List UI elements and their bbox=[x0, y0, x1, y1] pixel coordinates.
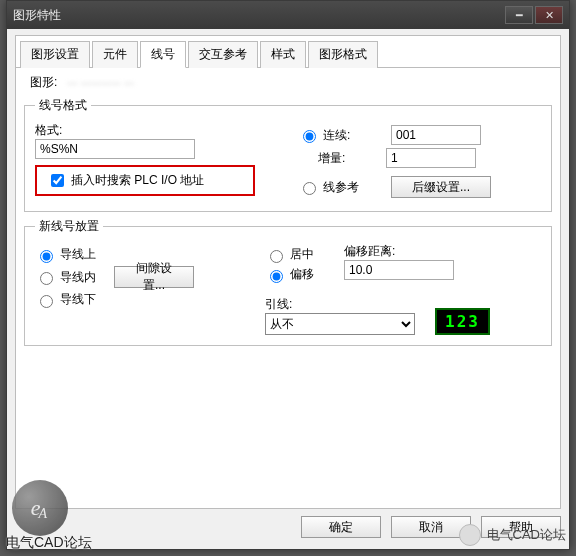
format-input[interactable] bbox=[35, 139, 195, 159]
leader-label: 引线: bbox=[265, 296, 415, 313]
drawing-path: ··· ············ ··· bbox=[67, 76, 134, 90]
below-line-label: 导线下 bbox=[60, 291, 96, 308]
close-button[interactable]: ✕ bbox=[535, 6, 563, 24]
center-radio[interactable] bbox=[270, 250, 283, 263]
placement-group: 新线号放置 导线上 导线内 间隙设置... 导线下 bbox=[24, 218, 552, 346]
watermark-avatar-icon bbox=[459, 524, 481, 546]
titlebar: 图形特性 ━ ✕ bbox=[7, 1, 569, 29]
below-line-radio[interactable] bbox=[40, 295, 53, 308]
offset-distance-label: 偏移距离: bbox=[344, 243, 454, 260]
above-line-label: 导线上 bbox=[60, 246, 96, 263]
watermark-logo: eA bbox=[12, 480, 68, 536]
sequential-radio[interactable] bbox=[303, 130, 316, 143]
line-ref-label: 线参考 bbox=[323, 179, 369, 196]
tab-xref[interactable]: 交互参考 bbox=[188, 41, 258, 68]
format-label: 格式: bbox=[35, 122, 278, 139]
tab-drawing-settings[interactable]: 图形设置 bbox=[20, 41, 90, 68]
watermark-text-right: 电气CAD论坛 bbox=[487, 526, 566, 544]
in-line-label: 导线内 bbox=[60, 269, 110, 286]
center-label: 居中 bbox=[290, 246, 314, 263]
tab-drawing-format[interactable]: 图形格式 bbox=[308, 41, 378, 68]
watermark-text-left: 电气CAD论坛 bbox=[6, 534, 92, 552]
watermark-right: 电气CAD论坛 bbox=[459, 524, 566, 546]
tab-wire-number[interactable]: 线号 bbox=[140, 41, 186, 68]
tab-style[interactable]: 样式 bbox=[260, 41, 306, 68]
line-ref-radio[interactable] bbox=[303, 182, 316, 195]
tab-component[interactable]: 元件 bbox=[92, 41, 138, 68]
offset-radio[interactable] bbox=[270, 270, 283, 283]
drawing-label: 图形: bbox=[30, 74, 57, 91]
plc-search-highlight: 插入时搜索 PLC I/O 地址 bbox=[35, 165, 255, 196]
wire-format-group: 线号格式 格式: 插入时搜索 PLC I/O 地址 连续: bbox=[24, 97, 552, 212]
ok-button[interactable]: 确定 bbox=[301, 516, 381, 538]
leader-select[interactable]: 从不 bbox=[265, 313, 415, 335]
sequential-label: 连续: bbox=[323, 127, 363, 144]
sequential-input[interactable] bbox=[391, 125, 481, 145]
placement-legend: 新线号放置 bbox=[35, 218, 103, 235]
dialog-window: 图形特性 ━ ✕ 图形设置 元件 线号 交互参考 样式 图形格式 图形: ···… bbox=[6, 0, 570, 550]
tab-strip: 图形设置 元件 线号 交互参考 样式 图形格式 bbox=[16, 36, 560, 68]
above-line-radio[interactable] bbox=[40, 250, 53, 263]
plc-search-label: 插入时搜索 PLC I/O 地址 bbox=[71, 172, 204, 189]
offset-distance-input[interactable] bbox=[344, 260, 454, 280]
window-title: 图形特性 bbox=[13, 7, 505, 24]
minimize-button[interactable]: ━ bbox=[505, 6, 533, 24]
offset-label: 偏移 bbox=[290, 266, 314, 283]
drawing-row: 图形: ··· ············ ··· bbox=[30, 74, 554, 91]
wire-preview: 123 bbox=[435, 308, 490, 335]
wire-format-legend: 线号格式 bbox=[35, 97, 91, 114]
window-buttons: ━ ✕ bbox=[505, 6, 563, 24]
increment-input[interactable] bbox=[386, 148, 476, 168]
gap-settings-button[interactable]: 间隙设置... bbox=[114, 266, 194, 288]
suffix-settings-button[interactable]: 后缀设置... bbox=[391, 176, 491, 198]
in-line-radio[interactable] bbox=[40, 272, 53, 285]
plc-search-checkbox[interactable] bbox=[51, 174, 64, 187]
client-area: 图形设置 元件 线号 交互参考 样式 图形格式 图形: ··· ········… bbox=[15, 35, 561, 509]
increment-label: 增量: bbox=[318, 150, 358, 167]
